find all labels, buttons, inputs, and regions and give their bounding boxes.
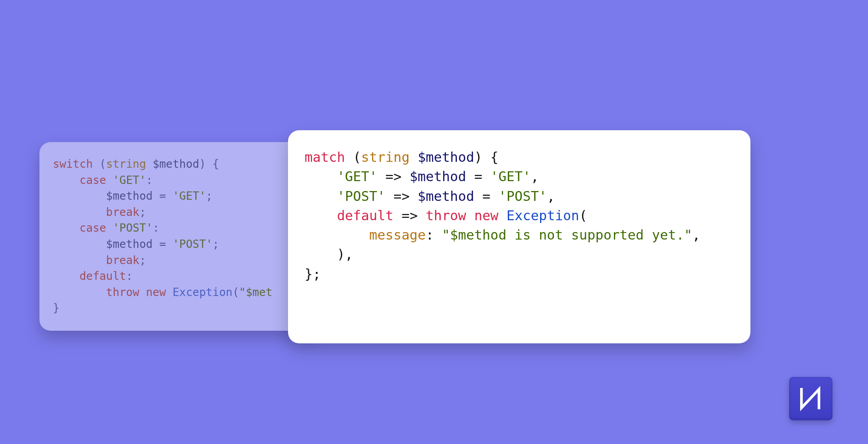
code-token xyxy=(410,149,417,165)
code-token xyxy=(466,208,474,223)
code-token: switch xyxy=(53,157,93,170)
code-token: case xyxy=(79,174,106,187)
code-token: break xyxy=(106,206,139,219)
code-token: "$method is not supported yet." xyxy=(442,227,692,243)
code-token: = xyxy=(474,188,498,204)
code-token: 'GET' xyxy=(337,169,377,184)
code-token: , xyxy=(692,227,700,243)
code-card-match: match (string $method) { 'GET' => $metho… xyxy=(288,130,750,343)
code-token xyxy=(305,227,369,243)
code-token: 'POST' xyxy=(113,221,153,234)
code-token: Exception xyxy=(172,286,232,299)
code-token: $method xyxy=(153,157,199,170)
code-block-switch: switch (string $method) { case 'GET': $m… xyxy=(53,156,304,317)
code-token: default xyxy=(337,208,393,223)
code-token xyxy=(53,238,106,251)
code-token: $method xyxy=(410,169,466,184)
code-token: = xyxy=(153,238,173,251)
code-token: => xyxy=(377,169,410,184)
code-token: : xyxy=(153,221,159,234)
code-token: 'POST' xyxy=(498,188,547,204)
code-token: ( xyxy=(93,157,106,170)
code-token xyxy=(53,221,79,234)
code-token: = xyxy=(153,189,173,202)
code-token: : xyxy=(146,174,153,187)
code-token xyxy=(139,286,146,299)
code-token: match xyxy=(305,149,345,165)
code-token xyxy=(53,206,106,219)
code-token: ), xyxy=(305,246,353,262)
code-token: ) { xyxy=(474,149,498,165)
code-token: ; xyxy=(213,238,219,251)
code-token xyxy=(53,254,106,267)
code-token: ; xyxy=(139,206,146,219)
code-token: => xyxy=(393,208,426,223)
code-token: 'GET' xyxy=(172,189,206,202)
code-token xyxy=(305,169,337,184)
code-token: string xyxy=(361,149,410,165)
code-token: throw xyxy=(106,286,139,299)
code-token: $method xyxy=(418,188,474,204)
code-token: ) { xyxy=(199,157,219,170)
code-token: : xyxy=(426,227,442,243)
code-card-switch: switch (string $method) { case 'GET': $m… xyxy=(39,142,318,331)
code-token: 'POST' xyxy=(172,238,212,251)
code-token: throw xyxy=(426,208,466,223)
brand-logo-icon xyxy=(796,384,825,413)
code-block-match: match (string $method) { 'GET' => $metho… xyxy=(305,148,734,284)
code-token xyxy=(498,208,506,223)
brand-logo xyxy=(789,377,832,420)
code-token: $method xyxy=(106,238,153,251)
code-token xyxy=(53,174,79,187)
code-token: ; xyxy=(206,189,213,202)
code-token: 'GET' xyxy=(490,169,531,184)
code-token xyxy=(305,188,337,204)
code-token: , xyxy=(531,169,539,184)
code-token: Exception xyxy=(507,208,579,223)
code-token: 'GET' xyxy=(113,174,146,187)
code-token: => xyxy=(385,188,418,204)
code-token: ( xyxy=(579,208,587,223)
code-token: "$met xyxy=(239,286,272,299)
code-token: break xyxy=(106,254,139,267)
code-token xyxy=(305,208,337,223)
canvas: switch (string $method) { case 'GET': $m… xyxy=(0,0,868,444)
code-token: default xyxy=(79,270,126,283)
code-token: 'POST' xyxy=(337,188,385,204)
code-token: , xyxy=(547,188,555,204)
code-token xyxy=(106,174,113,187)
code-token: = xyxy=(466,169,490,184)
code-token: ; xyxy=(139,254,146,267)
code-token: new xyxy=(474,208,498,223)
code-token: case xyxy=(79,221,106,234)
code-token xyxy=(146,157,153,170)
code-token xyxy=(53,270,79,283)
code-token: string xyxy=(106,157,146,170)
code-token: } xyxy=(53,302,60,315)
code-token: message xyxy=(369,227,426,243)
code-token xyxy=(166,286,173,299)
code-token xyxy=(106,221,113,234)
code-token: $method xyxy=(418,149,474,165)
code-token: }; xyxy=(305,266,321,282)
code-token: ( xyxy=(232,286,239,299)
code-token: : xyxy=(126,270,133,283)
code-token: new xyxy=(146,286,166,299)
code-token: ( xyxy=(345,149,361,165)
code-token: $method xyxy=(106,189,153,202)
code-token xyxy=(53,286,106,299)
code-token xyxy=(53,189,106,202)
